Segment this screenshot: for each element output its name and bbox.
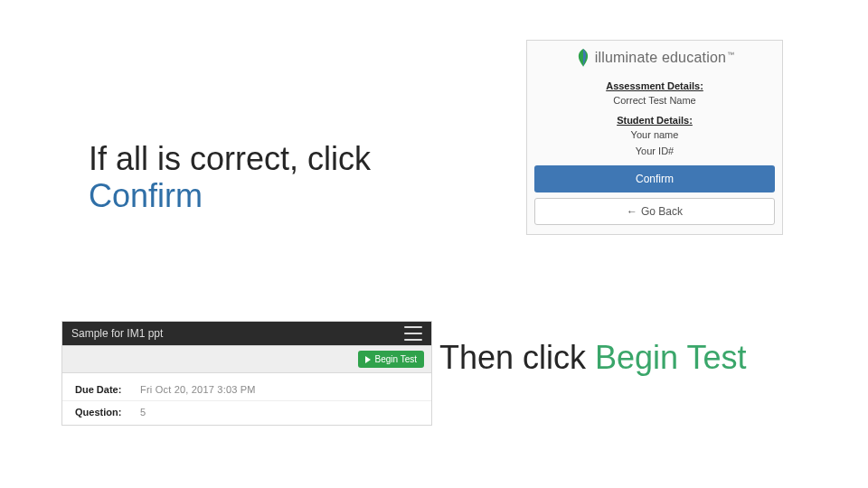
play-icon — [365, 356, 371, 363]
assessment-details-heading: Assessment Details: — [527, 80, 782, 91]
brand-name: illuminate education™ — [595, 50, 735, 66]
due-date-row: Due Date: Fri Oct 20, 2017 3:03 PM — [62, 379, 431, 400]
instruction-confirm-prefix: If all is correct, click — [89, 140, 371, 177]
instruction-begin-prefix: Then click — [439, 339, 595, 376]
begin-test-panel: Sample for IM1 ppt Begin Test Due Date: … — [61, 321, 432, 426]
arrow-left-icon: ← — [627, 206, 637, 217]
begin-test-header: Sample for IM1 ppt — [62, 322, 431, 345]
assessment-name: Correct Test Name — [527, 95, 782, 106]
go-back-label: Go Back — [641, 205, 683, 218]
assessment-title: Sample for IM1 ppt — [71, 327, 163, 340]
brand-logo: illuminate education™ — [527, 41, 782, 71]
question-row: Question: 5 — [62, 400, 431, 423]
student-id: Your ID# — [527, 145, 782, 156]
leaf-icon — [575, 48, 591, 68]
brand-tm: ™ — [727, 51, 734, 59]
question-value: 5 — [140, 407, 146, 418]
question-label: Question: — [75, 407, 131, 418]
confirm-panel: illuminate education™ Assessment Details… — [526, 40, 783, 235]
go-back-button[interactable]: ← Go Back — [534, 198, 775, 225]
instruction-confirm: If all is correct, click Confirm — [89, 140, 371, 215]
student-details-heading: Student Details: — [527, 115, 782, 126]
begin-test-button[interactable]: Begin Test — [358, 351, 424, 368]
hamburger-icon[interactable] — [404, 326, 422, 341]
instruction-begin-action: Begin Test — [595, 339, 746, 376]
assessment-info: Due Date: Fri Oct 20, 2017 3:03 PM Quest… — [62, 373, 431, 425]
due-date-value: Fri Oct 20, 2017 3:03 PM — [140, 384, 256, 395]
begin-test-label: Begin Test — [374, 354, 417, 364]
student-name: Your name — [527, 129, 782, 140]
confirm-button[interactable]: Confirm — [534, 165, 775, 192]
instruction-confirm-action: Confirm — [89, 177, 203, 214]
due-date-label: Due Date: — [75, 384, 131, 395]
instruction-begin: Then click Begin Test — [439, 339, 747, 377]
action-bar: Begin Test — [62, 345, 431, 373]
brand-name-text: illuminate education — [595, 50, 726, 65]
